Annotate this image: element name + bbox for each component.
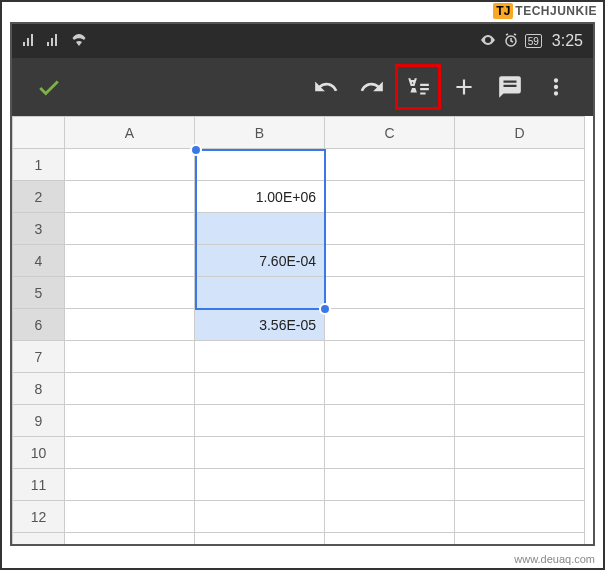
cell-C4[interactable]	[325, 245, 455, 277]
spreadsheet[interactable]: A B C D 1 21.00E+06 3 47.60E-04 5 63.56E…	[12, 116, 593, 546]
more-button[interactable]	[533, 64, 579, 110]
cell-C7[interactable]	[325, 341, 455, 373]
cell-B10[interactable]	[195, 437, 325, 469]
row-header-6[interactable]: 6	[13, 309, 65, 341]
signal-icon-2	[46, 33, 62, 50]
col-header-B[interactable]: B	[195, 117, 325, 149]
row-header-8[interactable]: 8	[13, 373, 65, 405]
row-header-2[interactable]: 2	[13, 181, 65, 213]
alarm-icon	[503, 32, 519, 51]
cell-C8[interactable]	[325, 373, 455, 405]
cell-D8[interactable]	[455, 373, 585, 405]
cell-D7[interactable]	[455, 341, 585, 373]
cell-A4[interactable]	[65, 245, 195, 277]
row-header-10[interactable]: 10	[13, 437, 65, 469]
cell-B13[interactable]	[195, 533, 325, 547]
cell-C10[interactable]	[325, 437, 455, 469]
cell-B6[interactable]: 3.56E-05	[195, 309, 325, 341]
cell-D11[interactable]	[455, 469, 585, 501]
corner-cell[interactable]	[13, 117, 65, 149]
wifi-icon	[70, 33, 88, 50]
row-header-12[interactable]: 12	[13, 501, 65, 533]
cell-C11[interactable]	[325, 469, 455, 501]
selection-handle-bottom[interactable]	[319, 303, 331, 315]
cell-A11[interactable]	[65, 469, 195, 501]
row-header-11[interactable]: 11	[13, 469, 65, 501]
cell-D13[interactable]	[455, 533, 585, 547]
cell-D6[interactable]	[455, 309, 585, 341]
comment-button[interactable]	[487, 64, 533, 110]
cell-A5[interactable]	[65, 277, 195, 309]
add-button[interactable]	[441, 64, 487, 110]
cell-C2[interactable]	[325, 181, 455, 213]
cell-A10[interactable]	[65, 437, 195, 469]
cell-A2[interactable]	[65, 181, 195, 213]
signal-icon-1	[22, 33, 38, 50]
cell-A1[interactable]	[65, 149, 195, 181]
cell-A8[interactable]	[65, 373, 195, 405]
format-button[interactable]	[395, 64, 441, 110]
cell-A9[interactable]	[65, 405, 195, 437]
status-bar: 59 3:25	[12, 24, 593, 58]
cell-B4[interactable]: 7.60E-04	[195, 245, 325, 277]
phone-frame: 59 3:25 A B	[10, 22, 595, 546]
cell-A3[interactable]	[65, 213, 195, 245]
cell-B1[interactable]	[195, 149, 325, 181]
col-header-C[interactable]: C	[325, 117, 455, 149]
row-header-3[interactable]: 3	[13, 213, 65, 245]
cell-B7[interactable]	[195, 341, 325, 373]
watermark-bottom: www.deuaq.com	[514, 553, 595, 565]
cell-D2[interactable]	[455, 181, 585, 213]
watermark-badge: TJ	[493, 3, 513, 19]
cell-A13[interactable]	[65, 533, 195, 547]
cell-B11[interactable]	[195, 469, 325, 501]
row-header-13[interactable]: 13	[13, 533, 65, 547]
col-header-D[interactable]: D	[455, 117, 585, 149]
cell-B5[interactable]	[195, 277, 325, 309]
cell-D12[interactable]	[455, 501, 585, 533]
cell-C6[interactable]	[325, 309, 455, 341]
undo-button[interactable]	[303, 64, 349, 110]
row-header-5[interactable]: 5	[13, 277, 65, 309]
cell-A6[interactable]	[65, 309, 195, 341]
col-header-A[interactable]: A	[65, 117, 195, 149]
selection-handle-top[interactable]	[190, 144, 202, 156]
cell-D4[interactable]	[455, 245, 585, 277]
battery-indicator: 59	[525, 34, 542, 48]
cell-D1[interactable]	[455, 149, 585, 181]
grid: A B C D 1 21.00E+06 3 47.60E-04 5 63.56E…	[12, 116, 585, 546]
cell-D10[interactable]	[455, 437, 585, 469]
cell-B3[interactable]	[195, 213, 325, 245]
cell-B9[interactable]	[195, 405, 325, 437]
row-header-4[interactable]: 4	[13, 245, 65, 277]
cell-C9[interactable]	[325, 405, 455, 437]
cell-C3[interactable]	[325, 213, 455, 245]
confirm-button[interactable]	[26, 64, 72, 110]
cell-C1[interactable]	[325, 149, 455, 181]
cell-B12[interactable]	[195, 501, 325, 533]
battery-pct: 59	[528, 36, 539, 47]
row-header-1[interactable]: 1	[13, 149, 65, 181]
clock: 3:25	[552, 32, 583, 50]
cell-C13[interactable]	[325, 533, 455, 547]
cell-C5[interactable]	[325, 277, 455, 309]
cell-D5[interactable]	[455, 277, 585, 309]
cell-B2[interactable]: 1.00E+06	[195, 181, 325, 213]
row-header-7[interactable]: 7	[13, 341, 65, 373]
watermark-top: TJTECHJUNKIE	[493, 4, 597, 18]
toolbar	[12, 58, 593, 116]
cell-A7[interactable]	[65, 341, 195, 373]
eye-icon	[479, 33, 497, 50]
cell-D3[interactable]	[455, 213, 585, 245]
cell-A12[interactable]	[65, 501, 195, 533]
watermark-text: TECHJUNKIE	[515, 4, 597, 18]
cell-D9[interactable]	[455, 405, 585, 437]
row-header-9[interactable]: 9	[13, 405, 65, 437]
redo-button[interactable]	[349, 64, 395, 110]
cell-C12[interactable]	[325, 501, 455, 533]
cell-B8[interactable]	[195, 373, 325, 405]
